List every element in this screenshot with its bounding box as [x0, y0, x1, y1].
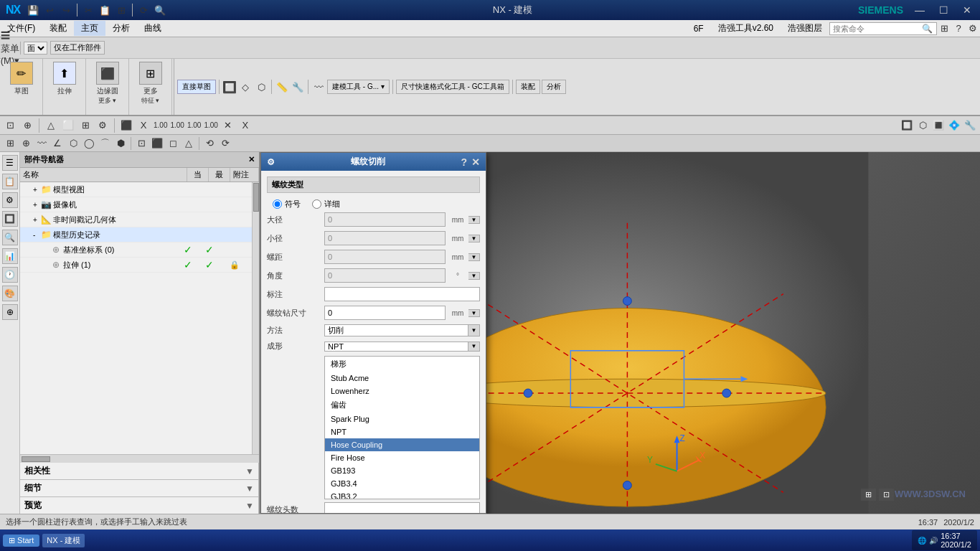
- nav-icon5[interactable]: 🔍: [2, 230, 18, 245]
- dropdown-item-gjb32[interactable]: GJB3.2: [325, 490, 479, 499]
- input-annotation[interactable]: [324, 287, 480, 301]
- dropdown-item-lowenherz[interactable]: Lowenherz: [325, 385, 479, 397]
- nav-icon8[interactable]: 🎨: [2, 286, 18, 301]
- dropdown-item-trapezoid[interactable]: 梯形: [325, 357, 479, 372]
- taskbar-nx[interactable]: NX - 建模: [42, 534, 85, 547]
- dropdown-item-fire-hose[interactable]: Fire Hose: [325, 451, 479, 464]
- nav-item-model-views[interactable]: + 📁 模型视图: [20, 182, 252, 197]
- nav-item-camera[interactable]: + 📷 摄像机: [20, 197, 252, 212]
- tab-tool1[interactable]: 浩强工具v2.60: [711, 21, 781, 36]
- input-thread-count[interactable]: [324, 502, 480, 514]
- nav-icon6[interactable]: 📊: [2, 248, 18, 264]
- arrow-minor[interactable]: ▼: [468, 235, 480, 242]
- viewport[interactable]: Z X Y Z: [260, 152, 980, 514]
- expand-camera[interactable]: +: [33, 201, 40, 209]
- radio-detail-input[interactable]: [312, 199, 321, 209]
- view-right5[interactable]: 🔧: [963, 118, 977, 133]
- section-preview[interactable]: 预览 ▼: [20, 497, 259, 514]
- view-icon5[interactable]: ⊞: [78, 118, 93, 133]
- draw-icon8[interactable]: ⬢: [113, 136, 128, 151]
- help-icon[interactable]: ?: [951, 22, 966, 36]
- arrow-drill[interactable]: ▼: [468, 309, 480, 317]
- nav-icon4[interactable]: 🔲: [2, 211, 18, 227]
- tool-icon-1[interactable]: 🔧: [291, 80, 305, 94]
- restore-button[interactable]: ☐: [936, 4, 951, 16]
- draw-icon2[interactable]: ⊕: [19, 136, 33, 151]
- dropdown-item-stub-acme[interactable]: Stub Acme: [325, 372, 479, 385]
- dialog-help-button[interactable]: ?: [461, 156, 467, 168]
- input-pitch[interactable]: [324, 250, 446, 264]
- nav-scrollbar-thumb[interactable]: [253, 183, 259, 212]
- draw-icon11[interactable]: ◻: [166, 136, 180, 151]
- draw-icon9[interactable]: ⊡: [134, 136, 149, 151]
- measure-icon[interactable]: 📏: [275, 80, 289, 94]
- tab-tool2[interactable]: 浩强图层: [781, 21, 829, 36]
- formation-dropdown-btn[interactable]: ▼: [468, 342, 480, 352]
- nav-icon7[interactable]: 🕐: [2, 267, 18, 283]
- dropdown-item-biased[interactable]: 偏齿: [325, 397, 479, 413]
- dialog-close-button[interactable]: ✕: [471, 156, 480, 168]
- select-formation[interactable]: NPT ▼: [324, 342, 480, 352]
- tool-extrude[interactable]: ⬆ 拉伸: [43, 59, 86, 115]
- view-icon1[interactable]: ⊡: [3, 118, 17, 133]
- menu-button[interactable]: ☰ 菜单(M)▾: [3, 41, 17, 55]
- curve-icon[interactable]: 〰: [311, 80, 326, 94]
- draw-icon4[interactable]: ∠: [50, 136, 65, 151]
- view-icon8[interactable]: X: [136, 118, 151, 133]
- tool-more[interactable]: ⊞ 更多 特征 ▾: [129, 59, 172, 115]
- face-select[interactable]: 面: [24, 42, 47, 55]
- view-icon6[interactable]: ⚙: [95, 118, 110, 133]
- tab-6f[interactable]: 6F: [687, 22, 711, 35]
- menu-analysis[interactable]: 分析: [105, 21, 137, 36]
- surface-icon[interactable]: 🔲: [222, 80, 237, 94]
- view-icon2[interactable]: ⊕: [20, 118, 34, 133]
- input-minor[interactable]: [324, 231, 446, 245]
- menu-assembly[interactable]: 装配: [42, 21, 74, 36]
- navigator-close[interactable]: ✕: [248, 155, 255, 164]
- toolbar-icon2[interactable]: 📋: [98, 3, 112, 17]
- view-icon7[interactable]: ⬛: [119, 118, 133, 133]
- draw-icon1[interactable]: ⊞: [3, 136, 17, 151]
- quick-format[interactable]: 尺寸快速格式化工具 - GC工具箱: [396, 80, 509, 94]
- draw-icon6[interactable]: ◯: [82, 136, 96, 151]
- nav-scrollbar[interactable]: [252, 182, 259, 454]
- nav-item-datum[interactable]: ⊕ 基准坐标系 (0) ✓ ✓: [20, 242, 252, 258]
- h-scrollbar[interactable]: [20, 454, 259, 463]
- draw-icon13[interactable]: ⟲: [202, 136, 217, 151]
- direct-sketch-button[interactable]: 直接草图: [177, 80, 216, 94]
- face-options[interactable]: 仅在工作部件: [50, 41, 105, 55]
- expand-nontimestamp[interactable]: +: [33, 216, 40, 224]
- input-major[interactable]: [324, 212, 446, 227]
- dim-x[interactable]: X: [238, 118, 253, 133]
- menu-curve[interactable]: 曲线: [137, 21, 169, 36]
- dropdown-item-gjb34[interactable]: GJB3.4: [325, 477, 479, 490]
- view-right4[interactable]: 💠: [947, 118, 961, 133]
- toolbar-icon4[interactable]: ⟳: [136, 3, 151, 17]
- arrow-pitch[interactable]: ▼: [468, 253, 480, 261]
- search-input[interactable]: [833, 24, 919, 33]
- close-button[interactable]: ✕: [960, 4, 974, 16]
- draw-icon10[interactable]: ⬛: [150, 136, 164, 151]
- nav-item-history[interactable]: - 📁 模型历史记录: [20, 227, 252, 242]
- dim-close[interactable]: ✕: [221, 118, 235, 133]
- minimize-button[interactable]: —: [912, 4, 928, 16]
- draw-icon12[interactable]: △: [182, 136, 196, 151]
- toolbar-redo[interactable]: ↪: [59, 3, 73, 17]
- view-right3[interactable]: 🔳: [931, 118, 946, 133]
- draw-icon14[interactable]: ⟳: [218, 136, 232, 151]
- surface-icon3[interactable]: ⬡: [254, 80, 268, 94]
- toolbar-icon3[interactable]: ⊞: [114, 3, 128, 17]
- tool-sketch[interactable]: ✏ 草图: [0, 59, 43, 115]
- start-button[interactable]: ⊞ Start: [3, 534, 39, 547]
- fit-view[interactable]: ⊞: [861, 489, 876, 501]
- input-drill[interactable]: [324, 306, 446, 320]
- section-detail[interactable]: 细节 ▼: [20, 480, 259, 497]
- dropdown-item-gb193[interactable]: GB193: [325, 464, 479, 477]
- analysis-menu[interactable]: 分析: [542, 80, 566, 94]
- tool-feature[interactable]: ⬛ 边缘圆 更多 ▾: [86, 59, 129, 115]
- expand-history[interactable]: -: [33, 231, 40, 239]
- h-scrollbar-thumb[interactable]: [22, 456, 50, 462]
- thread-type-section[interactable]: 螺纹类型: [267, 176, 480, 193]
- nav-icon3[interactable]: ⚙: [2, 192, 18, 208]
- search-box[interactable]: 🔍: [829, 22, 937, 35]
